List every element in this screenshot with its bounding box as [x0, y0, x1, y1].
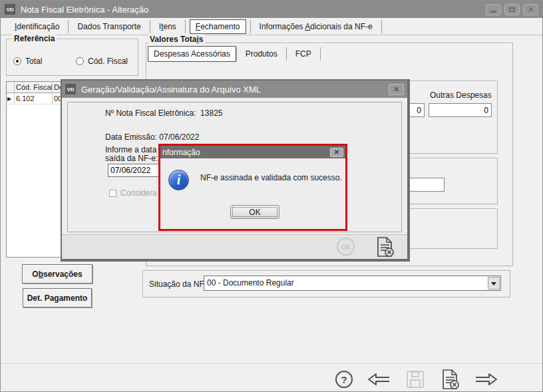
tab-informacoes-adicionais[interactable]: Informações Adicionais da NF-e	[251, 22, 381, 31]
arrow-left-icon	[367, 373, 390, 386]
minimize-button[interactable]	[486, 4, 501, 15]
det-pagamento-button[interactable]: Det. Pagamento	[23, 288, 92, 307]
help-button[interactable]: ?	[335, 371, 353, 388]
alert-close-button[interactable]: ✕	[330, 148, 343, 157]
tab-despesas-acessorias[interactable]: Despesas Acessórias	[148, 46, 236, 62]
situacao-combobox[interactable]: 00 - Documento Regular	[204, 276, 501, 291]
window-controls: ✕	[486, 4, 538, 15]
next-record-button[interactable]	[475, 373, 498, 388]
maximize-button[interactable]	[504, 4, 520, 15]
radio-cod-fiscal-label: Cód. Fiscal	[88, 57, 128, 66]
alert-title: nformação	[162, 148, 200, 157]
situacao-value: 00 - Documento Regular	[207, 278, 294, 288]
tab-separator	[320, 47, 321, 61]
radio-cod-fiscal[interactable]: Cód. Fiscal	[76, 57, 128, 66]
nf-number-line: Nº Nota Fiscal Eletrônica: 13825	[105, 108, 222, 118]
xml-dialog-titlebar: VD Geração/Validação/Assinatura do Arqui…	[62, 81, 407, 98]
document-x-icon	[441, 369, 460, 390]
observacoes-button[interactable]: Observações	[22, 264, 92, 284]
alert-titlebar: nformação ✕	[160, 146, 345, 158]
xml-dialog-close-button[interactable]: ✕	[389, 84, 404, 95]
xml-dialog-title: Geração/Validação/Assinatura do Arquivo …	[81, 85, 261, 95]
minimize-icon	[490, 11, 496, 13]
previous-record-button[interactable]	[367, 373, 390, 388]
main-tab-bar: Identificação Dados Transporte Itens Fec…	[1, 18, 542, 35]
close-icon: ✕	[393, 85, 399, 94]
tab-separator	[381, 20, 382, 33]
maximize-icon	[509, 7, 515, 12]
grid-header-cod-fiscal: Cód. Fiscal	[15, 82, 53, 93]
referencia-group-label: Referência	[12, 34, 57, 43]
tab-identificacao[interactable]: Identificação	[6, 22, 68, 31]
valores-totais-label: Valores Totais	[148, 35, 205, 44]
outras-despesas-label: Outras Despesas	[430, 91, 492, 100]
alert-ok-button[interactable]: OK	[230, 205, 279, 219]
itens-grid: Cód. Fiscal De ▶ 6.102 00	[6, 81, 62, 258]
radio-total[interactable]: Total	[13, 57, 42, 66]
tab-fechamento[interactable]: Fechamento	[190, 19, 246, 34]
chevron-down-icon	[491, 282, 496, 288]
radio-total-label: Total	[25, 57, 42, 66]
cancel-document-button[interactable]	[441, 369, 460, 392]
save-icon	[406, 370, 425, 389]
close-icon: ✕	[528, 6, 534, 13]
window-title: Nota Fiscal Eletrônica - Alteração	[21, 5, 148, 15]
situacao-label: Situação da NF:	[149, 280, 206, 289]
app-window: VD Nota Fiscal Eletrônica - Alteração ✕ …	[0, 0, 543, 392]
row-indicator-icon: ▶	[7, 93, 15, 104]
arrow-right-icon	[475, 373, 498, 386]
tab-itens[interactable]: Itens	[150, 22, 185, 31]
tab-produtos[interactable]: Produtos	[237, 49, 286, 59]
situacao-group: Situação da NF: 00 - Documento Regular	[142, 270, 510, 297]
cancel-document-button[interactable]	[375, 236, 395, 260]
considera-checkbox[interactable]	[109, 190, 116, 197]
help-icon: ?	[341, 374, 347, 385]
tab-separator	[185, 20, 186, 33]
close-icon: ✕	[334, 148, 339, 156]
xml-dialog-icon: VD	[65, 84, 76, 95]
tab-dados-transporte[interactable]: Dados Transporte	[69, 22, 149, 31]
xml-dialog-footer: ok	[62, 234, 407, 259]
info-icon	[168, 170, 189, 190]
nf-number-value: 13825	[200, 108, 222, 118]
radio-cod-fiscal-icon	[76, 57, 84, 65]
grid-header-indicator	[7, 82, 15, 93]
emissao-line: Data Emissão: 07/06/2022	[105, 132, 199, 142]
referencia-group: Referência Total Cód. Fiscal	[6, 39, 138, 76]
valores-tab-strip: Despesas Acessórias Produtos FCP	[148, 45, 321, 63]
grid-cell-cod-fiscal: 6.102	[15, 93, 53, 104]
tab-fcp[interactable]: FCP	[287, 49, 320, 59]
bottom-toolbar: ?	[1, 363, 542, 391]
data-saida-input[interactable]	[108, 164, 161, 177]
alert-message: NF-e assinada e validada com sucesso.	[200, 173, 342, 182]
ok-disabled-button: ok	[337, 238, 355, 256]
app-icon: VD	[5, 4, 15, 15]
radio-total-icon	[13, 57, 21, 65]
info-alert-dialog: nformação ✕ NF-e assinada e validada com…	[158, 144, 347, 231]
grid-header-row: Cód. Fiscal De	[7, 82, 61, 93]
grid-row[interactable]: ▶ 6.102 00	[7, 93, 61, 104]
prompt-line-2: saída da NF-e:	[105, 154, 158, 163]
window-titlebar: VD Nota Fiscal Eletrônica - Alteração ✕	[1, 1, 542, 18]
outras-despesas-input[interactable]	[429, 103, 492, 117]
save-button-disabled	[406, 370, 425, 391]
document-x-icon	[375, 236, 395, 258]
close-button[interactable]: ✕	[523, 4, 538, 15]
combobox-dropdown-button[interactable]	[488, 277, 500, 290]
